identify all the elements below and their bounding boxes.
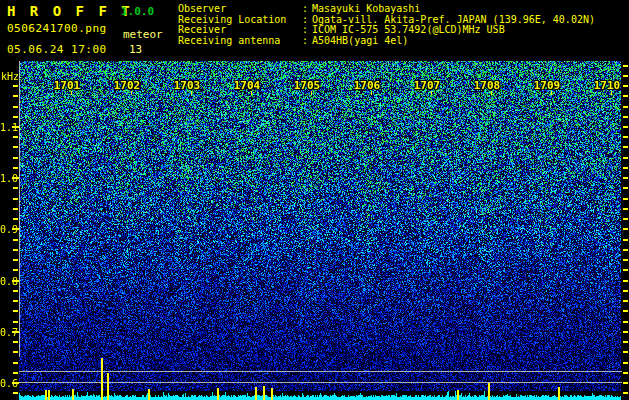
meteor-marker xyxy=(45,390,47,400)
freq-major-tick xyxy=(12,280,19,282)
app-version: 1.0.0 xyxy=(121,5,154,18)
freq-minor-tick xyxy=(13,290,18,292)
time-tick-label: 1706 xyxy=(352,79,382,92)
freq-right-tick xyxy=(623,351,628,353)
freq-minor-tick xyxy=(13,341,18,343)
freq-right-tick xyxy=(623,157,628,159)
freq-right-tick xyxy=(623,177,628,179)
freq-minor-tick xyxy=(13,85,18,87)
long-echo-line-upper xyxy=(19,371,622,372)
freq-right-tick xyxy=(623,290,628,292)
info-label: Observer xyxy=(178,4,302,15)
freq-minor-tick xyxy=(13,187,18,189)
freq-right-tick xyxy=(623,259,628,261)
meteor-marker xyxy=(101,358,103,400)
freq-minor-tick xyxy=(13,95,18,97)
freq-right-tick xyxy=(623,95,628,97)
freq-right-tick xyxy=(623,75,628,77)
freq-minor-tick xyxy=(13,351,18,353)
app-title: H R O F F T xyxy=(7,3,133,19)
spectrogram-canvas xyxy=(19,61,621,400)
station-info: Observer:Masayuki KobayashiReceiving Loc… xyxy=(178,4,595,46)
minute-tick xyxy=(371,91,373,95)
freq-right-tick xyxy=(623,106,628,108)
freq-minor-tick xyxy=(13,116,18,118)
info-row-receiving-antenna: Receiving antenna:A504HB(yagi 4el) xyxy=(178,36,595,47)
freq-minor-tick xyxy=(13,218,18,220)
minute-tick xyxy=(551,91,553,95)
info-label: Receiving antenna xyxy=(178,36,302,47)
freq-minor-tick xyxy=(13,167,18,169)
freq-minor-tick xyxy=(13,249,18,251)
freq-right-tick xyxy=(623,321,628,323)
freq-right-tick xyxy=(623,341,628,343)
freq-right-tick xyxy=(623,126,628,128)
freq-right-tick xyxy=(623,65,628,67)
freq-major-tick xyxy=(12,177,19,179)
freq-right-tick xyxy=(623,310,628,312)
freq-right-tick xyxy=(623,372,628,374)
minute-tick xyxy=(431,91,433,95)
info-value: A504HB(yagi 4el) xyxy=(312,36,408,47)
minute-tick xyxy=(131,91,133,95)
freq-minor-tick xyxy=(13,310,18,312)
freq-right-tick xyxy=(623,116,628,118)
freq-unit-label: kHz xyxy=(1,71,19,82)
spectrogram-left-border xyxy=(19,61,20,357)
meteor-count: 13 xyxy=(129,43,142,56)
meteor-marker xyxy=(217,388,219,400)
freq-major-tick xyxy=(12,331,19,333)
minute-tick xyxy=(311,91,313,95)
minute-tick xyxy=(191,91,193,95)
freq-minor-tick xyxy=(13,146,18,148)
freq-right-tick xyxy=(623,187,628,189)
freq-minor-tick xyxy=(13,239,18,241)
minute-tick xyxy=(251,91,253,95)
freq-right-tick xyxy=(623,146,628,148)
time-tick-label: 1708 xyxy=(472,79,502,92)
time-tick-label: 1705 xyxy=(292,79,322,92)
meteor-marker xyxy=(72,389,74,400)
time-tick-label: 1702 xyxy=(112,79,142,92)
freq-right-tick xyxy=(623,218,628,220)
freq-right-tick xyxy=(623,269,628,271)
freq-minor-tick xyxy=(13,259,18,261)
freq-minor-tick xyxy=(13,106,18,108)
minute-tick xyxy=(491,91,493,95)
freq-right-tick xyxy=(623,382,628,384)
freq-right-tick xyxy=(623,167,628,169)
freq-minor-tick xyxy=(13,372,18,374)
freq-right-tick xyxy=(623,198,628,200)
freq-right-tick xyxy=(623,85,628,87)
freq-minor-tick xyxy=(13,362,18,364)
meteor-marker xyxy=(107,373,109,400)
freq-right-tick xyxy=(623,331,628,333)
freq-minor-tick xyxy=(13,136,18,138)
freq-right-tick xyxy=(623,362,628,364)
freq-right-tick xyxy=(623,228,628,230)
minute-tick xyxy=(611,91,613,95)
time-tick-label: 1707 xyxy=(412,79,442,92)
freq-minor-tick xyxy=(13,208,18,210)
freq-minor-tick xyxy=(13,392,18,394)
meteor-marker xyxy=(255,387,257,400)
freq-minor-tick xyxy=(13,157,18,159)
info-row-observer: Observer:Masayuki Kobayashi xyxy=(178,4,595,15)
freq-major-tick xyxy=(12,126,19,128)
time-tick-label: 1710 xyxy=(592,79,622,92)
meteor-marker xyxy=(48,390,50,400)
meteor-marker xyxy=(271,388,273,400)
time-tick-label: 1703 xyxy=(172,79,202,92)
meteor-marker xyxy=(457,390,459,400)
freq-right-tick xyxy=(623,249,628,251)
freq-right-tick xyxy=(623,392,628,394)
freq-right-tick xyxy=(623,300,628,302)
output-filename: 0506241700.png xyxy=(7,22,107,35)
observation-datetime: 05.06.24 17:00 xyxy=(7,43,107,56)
info-value: Masayuki Kobayashi xyxy=(312,4,420,15)
freq-right-tick xyxy=(623,208,628,210)
info-separator: : xyxy=(302,4,312,15)
freq-minor-tick xyxy=(13,198,18,200)
meteor-marker xyxy=(558,387,560,400)
minute-tick xyxy=(71,91,73,95)
